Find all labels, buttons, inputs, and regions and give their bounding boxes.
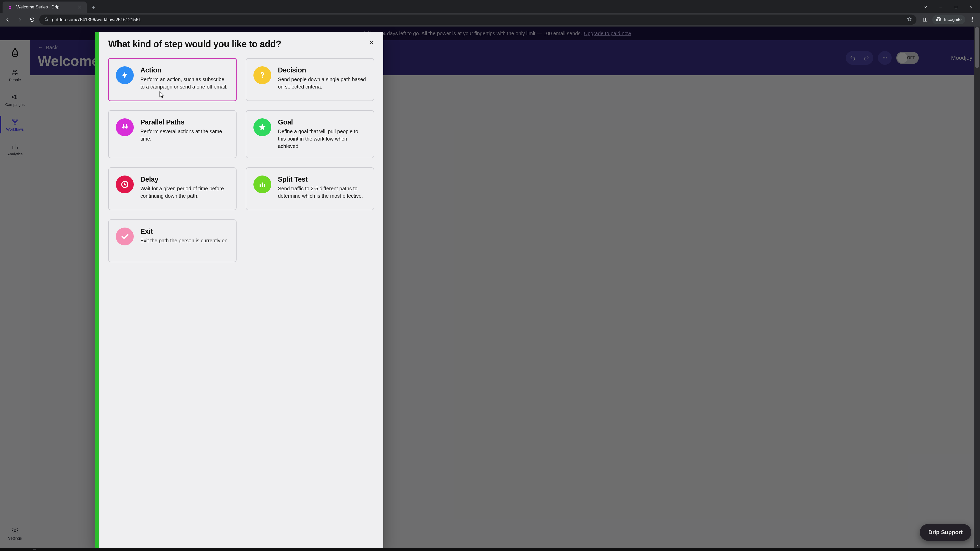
step-option-delay[interactable]: Delay Wait for a given period of time be… bbox=[108, 167, 237, 210]
modal-close-button[interactable]: ✕ bbox=[367, 38, 375, 47]
modal-title: What kind of step would you like to add? bbox=[108, 39, 374, 49]
incognito-icon bbox=[936, 16, 942, 23]
browser-tab[interactable]: Welcome Series · Drip ✕ bbox=[3, 2, 87, 13]
browser-titlebar: Welcome Series · Drip ✕ ＋ bbox=[0, 0, 980, 13]
star-icon bbox=[253, 118, 271, 136]
step-title: Split Test bbox=[278, 176, 366, 183]
support-label: Drip Support bbox=[928, 529, 963, 536]
step-desc: Perform several actions at the same time… bbox=[140, 128, 229, 143]
svg-point-7 bbox=[972, 17, 973, 19]
svg-point-9 bbox=[972, 21, 973, 22]
check-icon bbox=[116, 227, 134, 245]
drip-favicon-icon bbox=[7, 4, 13, 10]
step-option-action[interactable]: Action Perform an action, such as subscr… bbox=[108, 58, 237, 101]
svg-point-8 bbox=[972, 19, 973, 20]
tab-search-icon[interactable] bbox=[918, 2, 932, 12]
step-option-goal[interactable]: Goal Define a goal that will pull people… bbox=[246, 110, 374, 158]
step-title: Decision bbox=[278, 66, 366, 74]
svg-rect-4 bbox=[923, 18, 927, 21]
bookmark-star-icon[interactable] bbox=[907, 17, 912, 23]
nav-forward-button[interactable] bbox=[15, 14, 25, 25]
browser-menu-icon[interactable] bbox=[967, 14, 977, 25]
tab-close-icon[interactable]: ✕ bbox=[76, 4, 82, 10]
step-title: Exit bbox=[140, 227, 229, 235]
svg-rect-25 bbox=[264, 184, 265, 187]
lock-icon bbox=[44, 17, 48, 22]
clock-icon bbox=[116, 176, 134, 193]
step-title: Delay bbox=[140, 176, 229, 183]
step-option-parallel[interactable]: Parallel Paths Perform several actions a… bbox=[108, 110, 237, 158]
scroll-down-arrow-icon[interactable]: ▾ bbox=[974, 543, 980, 548]
svg-point-21 bbox=[262, 77, 263, 78]
taskbar-hint bbox=[0, 548, 980, 551]
browser-address-bar: getdrip.com/7641396/workflows/516121561 … bbox=[0, 13, 980, 27]
address-input[interactable]: getdrip.com/7641396/workflows/516121561 bbox=[39, 14, 916, 25]
side-panel-icon[interactable] bbox=[920, 14, 930, 25]
nav-reload-button[interactable] bbox=[27, 14, 37, 25]
new-tab-button[interactable]: ＋ bbox=[87, 2, 100, 13]
url-text: getdrip.com/7641396/workflows/516121561 bbox=[52, 17, 141, 22]
incognito-label: Incognito bbox=[944, 17, 962, 22]
step-option-decision[interactable]: Decision Send people down a single path … bbox=[246, 58, 374, 101]
modal-accent-stripe bbox=[95, 32, 99, 548]
svg-rect-3 bbox=[45, 19, 48, 21]
window-minimize-button[interactable] bbox=[934, 2, 948, 12]
svg-point-1 bbox=[10, 7, 11, 8]
add-step-modal: What kind of step would you like to add?… bbox=[95, 32, 383, 548]
scrollbar[interactable]: ▾ bbox=[974, 27, 980, 548]
svg-rect-24 bbox=[262, 183, 263, 187]
bar-chart-icon bbox=[253, 176, 271, 193]
nav-back-button[interactable] bbox=[3, 14, 13, 25]
incognito-indicator[interactable]: Incognito bbox=[932, 15, 965, 24]
svg-rect-2 bbox=[955, 6, 957, 8]
svg-rect-23 bbox=[260, 184, 261, 187]
step-desc: Wait for a given period of time before c… bbox=[140, 185, 229, 200]
step-title: Action bbox=[140, 66, 229, 74]
step-desc: Perform an action, such as subscribe to … bbox=[140, 76, 229, 91]
lightning-icon bbox=[116, 66, 134, 84]
step-desc: Send traffic to 2-5 different paths to d… bbox=[278, 185, 366, 200]
window-maximize-button[interactable] bbox=[949, 2, 963, 12]
step-desc: Exit the path the person is currently on… bbox=[140, 237, 229, 245]
step-option-exit[interactable]: Exit Exit the path the person is current… bbox=[108, 219, 237, 262]
tab-title: Welcome Series · Drip bbox=[16, 5, 73, 10]
step-title: Parallel Paths bbox=[140, 118, 229, 126]
scrollbar-thumb[interactable] bbox=[975, 27, 979, 68]
step-option-split-test[interactable]: Split Test Send traffic to 2-5 different… bbox=[246, 167, 374, 210]
window-controls bbox=[918, 2, 980, 13]
parallel-arrows-icon bbox=[116, 118, 134, 136]
support-bubble[interactable]: Drip Support bbox=[920, 524, 971, 541]
step-desc: Define a goal that will pull people to t… bbox=[278, 128, 366, 150]
step-title: Goal bbox=[278, 118, 366, 126]
question-icon bbox=[253, 66, 271, 84]
step-desc: Send people down a single path based on … bbox=[278, 76, 366, 91]
window-close-button[interactable] bbox=[964, 2, 978, 12]
svg-point-0 bbox=[9, 7, 10, 8]
